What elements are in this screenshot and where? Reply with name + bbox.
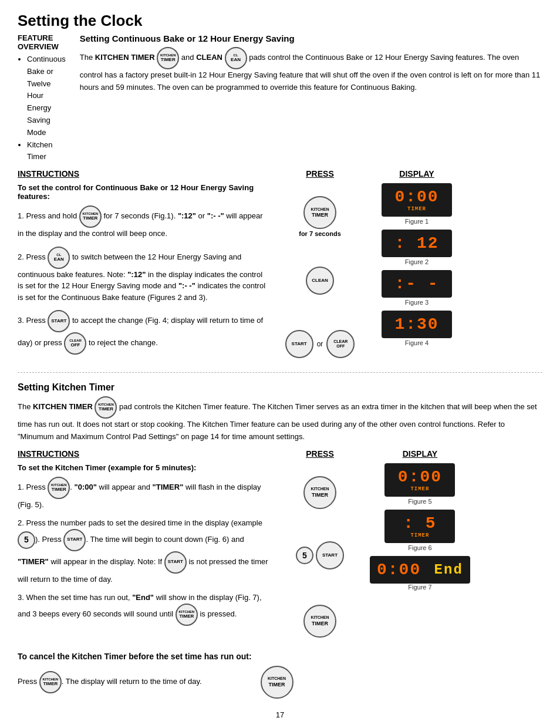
kt-press-2: 5 START <box>276 541 364 569</box>
cb-display-fig1: 0:00TIMER Figure 1 <box>370 183 464 225</box>
clean-icon-inline: CLEAN <box>225 47 247 69</box>
kt-instructions-heading: To set the Kitchen Timer (example for 5 … <box>18 463 270 472</box>
continuous-bake-heading: Setting Continuous Bake or 12 Hour Energ… <box>80 33 542 43</box>
press-label-7sec: for 7 seconds <box>299 230 341 237</box>
cb-step-2: 2. Press CLEAN to switch between the 12 … <box>18 247 270 304</box>
start-btn-step2-kt: START <box>63 529 86 551</box>
kitchen-timer-section: Setting Kitchen Timer The KITCHEN TIMER … <box>18 382 542 699</box>
page-container: Setting the Clock FEATURE OVERVIEW Conti… <box>18 12 542 719</box>
start-press-btn: START <box>285 330 313 358</box>
kt-instructions-col: INSTRUCTIONS To set the Kitchen Timer (e… <box>18 449 270 642</box>
fig6-caption: Figure 6 <box>370 544 470 551</box>
kt-btn-step3: KITCHENTIMER <box>176 604 198 626</box>
kt-press-1: KITCHENTIMER <box>276 476 364 509</box>
display-header: DISPLAY <box>370 169 464 178</box>
kt-step-1: 1. Press KITCHENTIMER. "0:00" will appea… <box>18 477 270 511</box>
fig4-caption: Figure 4 <box>370 339 464 346</box>
cb-press-col: PRESS KITCHENTIMER for 7 seconds CLEAN S… <box>276 169 364 363</box>
kt-icon-inline: KITCHENTIMER <box>95 396 117 419</box>
cb-instructions-col: INSTRUCTIONS To set the control for Cont… <box>18 169 270 363</box>
fig1-caption: Figure 1 <box>370 218 464 225</box>
cancel-text: Press KITCHENTIMER. The display will ret… <box>18 671 202 693</box>
display-fig2-value: : 12 <box>382 230 452 257</box>
cancel-press-indicator: KITCHENTIMER <box>261 666 294 699</box>
instructions-header: INSTRUCTIONS <box>18 169 270 178</box>
kt-cancel-btn: KITCHENTIMER <box>39 671 62 693</box>
feature-overview-list: Continuous Bake or Twelve Hour Energy Sa… <box>27 53 68 163</box>
page-number: 17 <box>18 710 542 719</box>
fig2-caption: Figure 2 <box>370 258 464 265</box>
kt-step-2: 2. Press the number pads to set the desi… <box>18 517 270 585</box>
start-btn-note-kt: START <box>164 551 187 574</box>
fig7-caption: Figure 7 <box>370 584 470 591</box>
cb-display-fig2: : 12 Figure 2 <box>370 230 464 265</box>
cb-press-1: KITCHENTIMER for 7 seconds <box>276 196 364 237</box>
clear-off-btn-step3: CLEAROFF <box>64 332 86 355</box>
continuous-bake-intro: Setting Continuous Bake or 12 Hour Energ… <box>80 33 542 163</box>
page-title: Setting the Clock <box>18 12 542 30</box>
kt-btn-step1: KITCHENTIMER <box>48 477 70 499</box>
kt-display-fig5: 0:00TIMER Figure 5 <box>370 463 470 505</box>
display-fig1-value: 0:00TIMER <box>382 183 452 217</box>
num5-btn: 5 <box>18 531 35 549</box>
kt-section-heading: Setting Kitchen Timer <box>18 382 542 393</box>
kt-display-header: DISPLAY <box>370 449 470 459</box>
clean-btn-step2: CLEAN <box>48 247 70 269</box>
start-or-clear-row: START or CLEAROFF <box>285 330 355 358</box>
list-item: Continuous Bake or Twelve Hour Energy Sa… <box>27 53 68 139</box>
kt-press-num5: 5 <box>296 547 313 564</box>
cb-display-col: DISPLAY 0:00TIMER Figure 1 : 12 Figure 2… <box>370 169 464 363</box>
cb-step-1: 1. Press and hold KITCHENTIMER for 7 sec… <box>18 205 270 240</box>
fig3-caption: Figure 3 <box>370 299 464 306</box>
cancel-heading: To cancel the Kitchen Timer before the s… <box>18 652 542 661</box>
cancel-row: Press KITCHENTIMER. The display will ret… <box>18 666 542 699</box>
feature-overview-heading: FEATURE OVERVIEW <box>18 33 68 51</box>
display-fig6-value: : 5TIMER <box>384 510 455 543</box>
start-btn-step3: START <box>48 310 70 332</box>
fig5-caption: Figure 5 <box>370 498 470 505</box>
end-text: End <box>424 562 463 578</box>
display-fig7-value: 0:00 End <box>370 556 470 584</box>
cb-press-3: START or CLEAROFF <box>276 330 364 358</box>
cancel-section: To cancel the Kitchen Timer before the s… <box>18 652 542 699</box>
kitchen-timer-btn-step1: KITCHENTIMER <box>79 205 102 228</box>
kt-display-fig7: 0:00 End Figure 7 <box>370 556 470 591</box>
list-item: Kitchen Timer <box>27 139 68 164</box>
kt-columns: INSTRUCTIONS To set the Kitchen Timer (e… <box>18 449 542 642</box>
display-fig5-value: 0:00TIMER <box>384 463 455 497</box>
top-section: FEATURE OVERVIEW Continuous Bake or Twel… <box>18 33 542 163</box>
cb-step-3: 3. Press START to accept the change (Fig… <box>18 310 270 355</box>
display-fig3-value: :- - <box>382 270 452 298</box>
cb-press-2: CLEAN <box>276 267 364 295</box>
kt-press-start: START <box>316 541 344 569</box>
kt-body-text: The KITCHEN TIMER KITCHENTIMER pad contr… <box>18 396 542 443</box>
cb-display-fig4: 1:30 Figure 4 <box>370 311 464 346</box>
cb-columns: INSTRUCTIONS To set the control for Cont… <box>18 169 542 363</box>
section-divider <box>18 372 542 373</box>
kt-press-header: PRESS <box>276 449 364 459</box>
kitchen-timer-press-btn: KITCHENTIMER <box>303 196 336 229</box>
kt-instructions-header: INSTRUCTIONS <box>18 449 270 459</box>
kt-cancel-press-btn: KITCHENTIMER <box>261 666 294 699</box>
kt-display-col: DISPLAY 0:00TIMER Figure 5 : 5TIMER Figu… <box>370 449 470 642</box>
clear-off-press-btn: CLEAROFF <box>326 330 355 358</box>
kt-press-3: KITCHENTIMER <box>276 605 364 638</box>
kt-press-col: PRESS KITCHENTIMER 5 START <box>276 449 364 642</box>
kt-press-btn-1: KITCHENTIMER <box>303 476 336 509</box>
kt-step-3: 3. When the set time has run out, "End" … <box>18 592 270 626</box>
cb-instruction-heading: To set the control for Continuous Bake o… <box>18 183 270 201</box>
clean-press-btn: CLEAN <box>306 267 334 295</box>
cb-display-fig3: :- - Figure 3 <box>370 270 464 306</box>
kitchen-timer-icon-inline: KITCHENTIMER <box>157 47 179 69</box>
or-label: or <box>317 340 323 348</box>
display-fig4-value: 1:30 <box>382 311 452 338</box>
press-header: PRESS <box>276 169 364 178</box>
continuous-bake-para: The KITCHEN TIMER KITCHENTIMER and CLEAN… <box>80 47 542 94</box>
feature-overview: FEATURE OVERVIEW Continuous Bake or Twel… <box>18 33 68 163</box>
kt-press-btn-row: 5 START <box>296 541 344 569</box>
kt-press-btn-3: KITCHENTIMER <box>303 605 336 638</box>
kt-display-fig6: : 5TIMER Figure 6 <box>370 510 470 551</box>
